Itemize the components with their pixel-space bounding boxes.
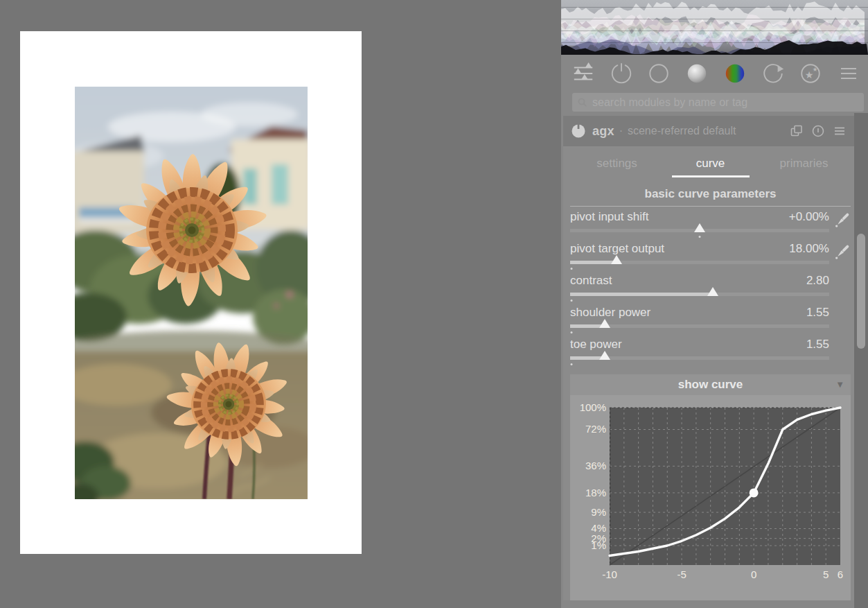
color-group-icon[interactable]: [720, 60, 750, 87]
agx-module: agx · scene-referred default: [563, 116, 854, 600]
y-axis-tick: 72%: [570, 423, 606, 435]
slider-value[interactable]: 1.55: [806, 338, 829, 351]
slider-handle[interactable]: [707, 287, 718, 296]
module-header[interactable]: agx · scene-referred default: [563, 116, 854, 146]
slider-value[interactable]: 18.00%: [789, 242, 829, 256]
reset-icon[interactable]: [811, 124, 825, 138]
darkroom-view: ★ ★ search modules by name or tag: [0, 0, 868, 608]
correction-group-icon[interactable]: [759, 60, 788, 87]
y-axis-tick: 36%: [570, 460, 606, 472]
image-preview[interactable]: [75, 87, 308, 499]
module-tabs: settings curve primaries: [570, 151, 851, 179]
presets-icon[interactable]: [833, 124, 847, 138]
slider-track[interactable]: [570, 261, 829, 264]
x-axis-tick: -10: [599, 568, 620, 580]
slider-label: toe power: [570, 338, 622, 351]
slider-handle[interactable]: [599, 319, 610, 328]
slider-value[interactable]: 1.55: [806, 306, 829, 320]
y-axis-tick: 18%: [570, 487, 606, 499]
section-divider: [570, 206, 851, 207]
panel-scrollbar[interactable]: [854, 113, 868, 608]
slider-pivot-input-shift: pivot input shift +0.00%: [570, 210, 829, 241]
search-placeholder: search modules by name or tag: [592, 96, 747, 109]
y-axis-tick: 100%: [570, 401, 606, 414]
module-group-row: ★ ★: [561, 58, 868, 89]
curve-graph-widget: 100%72%36%18%9%4%2%1%-10-5056: [570, 395, 851, 600]
section-title: basic curve parameters: [570, 187, 851, 201]
right-panel: ★ ★ search modules by name or tag: [561, 0, 868, 608]
color-picker-icon[interactable]: [833, 243, 851, 262]
module-separator: ·: [619, 125, 623, 137]
tab-curve[interactable]: curve: [664, 151, 757, 179]
curve-plot-area[interactable]: [610, 408, 840, 565]
x-axis-tick: 6: [830, 568, 851, 580]
slider-shoulder-power: shoulder power 1.55: [570, 306, 829, 336]
x-axis-tick: -5: [671, 568, 692, 580]
active-modules-icon[interactable]: [569, 60, 598, 87]
x-axis-tick: 0: [743, 568, 764, 580]
search-icon: [578, 98, 587, 107]
slider-label: contrast: [570, 274, 612, 288]
effect-group-icon[interactable]: ★ ★: [796, 60, 825, 87]
tone-group-icon[interactable]: [682, 60, 711, 87]
module-search[interactable]: search modules by name or tag: [572, 93, 864, 112]
slider-toe-power: toe power 1.55: [570, 338, 829, 368]
presets-menu-icon[interactable]: [834, 60, 863, 87]
pivot-point: [750, 488, 759, 497]
show-curve-collapsible[interactable]: show curve ▼: [570, 374, 851, 395]
slider-value[interactable]: +0.00%: [789, 210, 829, 224]
show-curve-label: show curve: [678, 378, 743, 392]
module-body: settings curve primaries basic curve par…: [563, 146, 854, 600]
slider-handle[interactable]: [599, 351, 610, 360]
module-preset-description: scene-referred default: [628, 125, 736, 137]
slider-track[interactable]: [570, 293, 829, 296]
multi-instance-icon[interactable]: [790, 124, 804, 138]
basic-group-icon[interactable]: [644, 60, 673, 87]
svg-text:★: ★: [813, 66, 818, 73]
module-name: agx: [592, 124, 614, 139]
y-axis-tick: 9%: [570, 506, 606, 519]
color-picker-icon[interactable]: [833, 211, 851, 230]
slider-handle[interactable]: [694, 223, 705, 232]
tab-primaries[interactable]: primaries: [757, 151, 851, 179]
print-canvas: [20, 31, 362, 554]
collapse-caret-icon: ▼: [835, 379, 844, 390]
tab-settings[interactable]: settings: [570, 151, 664, 179]
module-power-toggle[interactable]: [571, 123, 586, 139]
slider-label: pivot input shift: [570, 210, 648, 224]
slider-label: shoulder power: [570, 306, 650, 320]
slider-contrast: contrast 2.80: [570, 274, 829, 304]
waveform-scope[interactable]: [561, 0, 868, 55]
slider-value[interactable]: 2.80: [806, 274, 829, 288]
power-group-icon[interactable]: [607, 60, 636, 87]
y-axis-tick: 1%: [570, 539, 606, 552]
scrollbar-thumb[interactable]: [857, 234, 865, 349]
slider-pivot-target-output: pivot target output 18.00%: [570, 242, 829, 272]
slider-handle[interactable]: [611, 255, 622, 264]
slider-label: pivot target output: [570, 242, 664, 256]
